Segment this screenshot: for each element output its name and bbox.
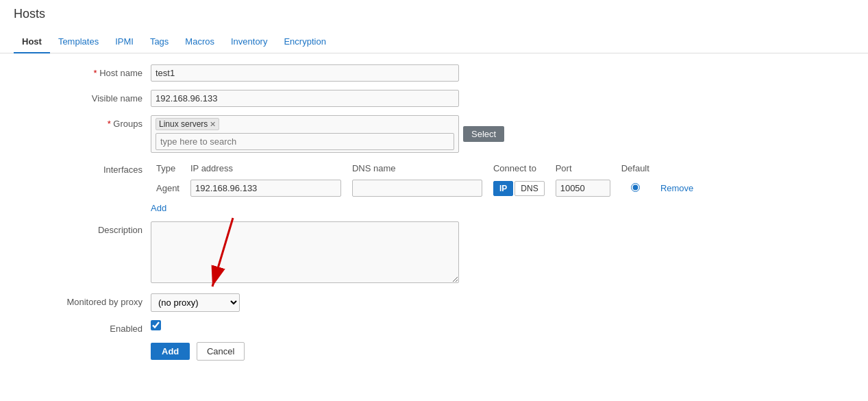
connect-buttons: IP DNS [493,181,545,196]
interface-port-input[interactable] [556,180,610,197]
tabs-bar: Host Templates IPMI Tags Macros Inventor… [0,31,868,53]
host-name-input[interactable] [151,64,459,82]
interface-ip-input[interactable] [190,180,341,197]
groups-row: * Groups Linux servers ✕ Select [14,115,854,153]
description-field [151,221,854,285]
group-tag-linux: Linux servers ✕ [156,118,219,130]
col-action [655,161,699,178]
groups-search-input[interactable] [156,133,454,150]
interface-port-cell [550,178,616,199]
buttons-label-spacer [14,342,151,345]
interface-remove-cell: Remove [655,178,699,199]
proxy-row: Monitored by proxy (no proxy) [14,293,854,312]
col-default: Default [616,161,655,178]
interface-dns-input[interactable] [352,180,482,197]
interface-ip-cell [185,178,347,199]
select-button[interactable]: Select [463,126,504,142]
proxy-select[interactable]: (no proxy) [151,293,240,312]
host-name-row: * Host name [14,64,854,82]
add-button[interactable]: Add [151,343,190,360]
proxy-label: Monitored by proxy [14,293,151,307]
col-connect: Connect to [488,161,550,178]
form-buttons-field: Add Cancel [151,342,854,361]
groups-field: Linux servers ✕ Select [151,115,854,153]
groups-input-box[interactable]: Linux servers ✕ [151,115,459,153]
form-buttons-row: Add Cancel [14,342,854,361]
proxy-arrow-container: (no proxy) [151,293,240,312]
visible-name-row: Visible name [14,90,854,107]
enabled-label: Enabled [14,320,151,334]
btn-connect-ip[interactable]: IP [493,181,513,196]
btn-connect-dns[interactable]: DNS [514,181,544,196]
host-name-field [151,64,854,82]
tab-templates[interactable]: Templates [50,31,107,53]
proxy-field: (no proxy) [151,293,854,312]
tab-inventory[interactable]: Inventory [223,31,275,53]
groups-label: * Groups [14,115,151,129]
tab-encryption[interactable]: Encryption [275,31,334,53]
col-dns: DNS name [347,161,488,178]
group-tag-remove[interactable]: ✕ [210,120,216,129]
col-type: Type [151,161,185,178]
tab-host[interactable]: Host [14,31,50,53]
host-form: * Host name Visible name * Groups [0,53,868,380]
interfaces-field: Type IP address DNS name Connect to Port… [151,161,854,213]
cancel-button[interactable]: Cancel [197,342,245,361]
tab-ipmi[interactable]: IPMI [107,31,142,53]
enabled-field [151,320,854,332]
interface-default-cell [616,178,655,199]
interfaces-label: Interfaces [14,161,151,175]
interface-connect-cell: IP DNS [488,178,550,199]
enabled-checkbox[interactable] [151,320,161,330]
add-interface-link[interactable]: Add [151,203,166,213]
visible-name-label: Visible name [14,90,151,104]
interface-dns-cell [347,178,488,199]
host-name-label: * Host name [14,64,151,78]
page-title: Hosts [14,7,854,21]
interfaces-table: Type IP address DNS name Connect to Port… [151,161,699,199]
interface-row: Agent IP DNS [151,178,699,199]
description-textarea[interactable] [151,221,459,283]
col-port: Port [550,161,616,178]
description-row: Description [14,221,854,285]
visible-name-field [151,90,854,107]
group-tag-label: Linux servers [159,119,208,129]
enabled-row: Enabled [14,320,854,334]
visible-name-input[interactable] [151,90,459,107]
groups-container: Linux servers ✕ Select [151,115,854,153]
col-ip: IP address [185,161,347,178]
remove-interface-link[interactable]: Remove [660,183,693,193]
required-star: * [93,68,99,78]
description-label: Description [14,221,151,235]
tab-tags[interactable]: Tags [142,31,177,53]
interface-default-radio[interactable] [631,183,640,192]
interfaces-row: Interfaces Type IP address DNS name Conn… [14,161,854,213]
tab-macros[interactable]: Macros [177,31,223,53]
interface-type: Agent [151,178,185,199]
